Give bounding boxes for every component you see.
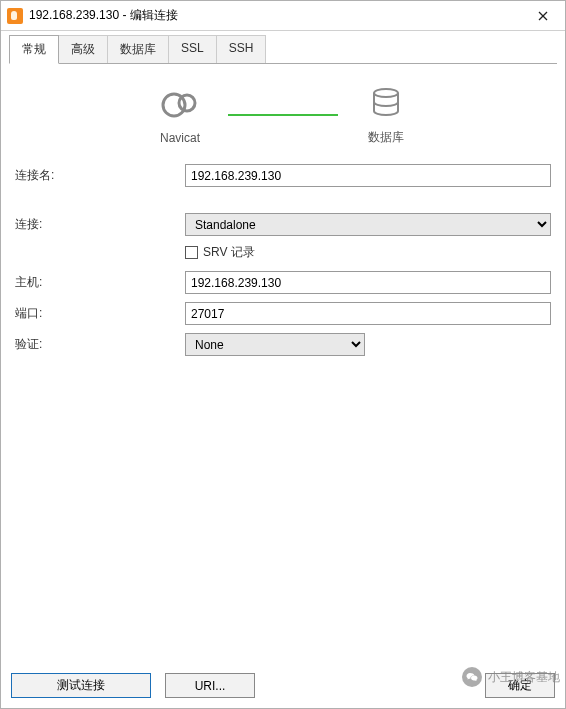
diagram-navicat-col: Navicat <box>160 85 200 145</box>
host-label: 主机: <box>15 274 185 291</box>
row-host: 主机: <box>15 271 551 294</box>
port-label: 端口: <box>15 305 185 322</box>
dialog-window: 192.168.239.130 - 编辑连接 常规 高级 数据库 SSL SSH <box>0 0 566 709</box>
window-title: 192.168.239.130 - 编辑连接 <box>29 7 520 24</box>
tab-database-label: 数据库 <box>120 42 156 56</box>
diagram-connector <box>228 114 338 116</box>
uri-label: URI... <box>195 679 226 693</box>
ok-button[interactable]: 确定 <box>485 673 555 698</box>
connection-name-input[interactable] <box>185 164 551 187</box>
tab-ssl[interactable]: SSL <box>168 35 217 64</box>
spacer <box>15 195 551 213</box>
ok-label: 确定 <box>508 678 532 692</box>
port-input[interactable] <box>185 302 551 325</box>
app-icon <box>7 8 23 24</box>
connection-type-select[interactable]: Standalone <box>185 213 551 236</box>
test-connection-button[interactable]: 测试连接 <box>11 673 151 698</box>
host-input[interactable] <box>185 271 551 294</box>
connection-name-label: 连接名: <box>15 167 185 184</box>
tab-general-label: 常规 <box>22 42 46 56</box>
tab-database[interactable]: 数据库 <box>107 35 169 64</box>
tab-ssh[interactable]: SSH <box>216 35 267 64</box>
database-icon <box>366 83 406 123</box>
svg-point-3 <box>179 95 195 111</box>
tab-body-border <box>9 63 557 64</box>
tab-general[interactable]: 常规 <box>9 35 59 64</box>
row-port: 端口: <box>15 302 551 325</box>
row-connection-name: 连接名: <box>15 164 551 187</box>
auth-select[interactable]: None <box>185 333 365 356</box>
dialog-footer: 测试连接 URI... 确定 <box>1 665 565 708</box>
uri-button[interactable]: URI... <box>165 673 255 698</box>
srv-label: SRV 记录 <box>203 244 255 261</box>
navicat-icon <box>160 85 200 125</box>
tab-ssl-label: SSL <box>181 41 204 55</box>
diagram-db-label: 数据库 <box>368 129 404 146</box>
tab-strip: 常规 高级 数据库 SSL SSH <box>1 31 565 64</box>
connection-label: 连接: <box>15 216 185 233</box>
svg-point-4 <box>374 89 398 97</box>
tab-content-general: Navicat 数据库 连接名: <box>1 65 565 665</box>
close-icon <box>538 11 548 21</box>
tab-advanced[interactable]: 高级 <box>58 35 108 64</box>
diagram-navicat-label: Navicat <box>160 131 200 145</box>
row-srv: SRV 记录 <box>185 244 551 261</box>
connection-diagram: Navicat 数据库 <box>15 83 551 146</box>
srv-checkbox[interactable] <box>185 246 198 259</box>
tab-advanced-label: 高级 <box>71 42 95 56</box>
close-button[interactable] <box>520 1 565 31</box>
auth-label: 验证: <box>15 336 185 353</box>
test-connection-label: 测试连接 <box>57 678 105 692</box>
row-connection: 连接: Standalone <box>15 213 551 236</box>
tab-ssh-label: SSH <box>229 41 254 55</box>
titlebar: 192.168.239.130 - 编辑连接 <box>1 1 565 31</box>
row-auth: 验证: None <box>15 333 551 356</box>
diagram-db-col: 数据库 <box>366 83 406 146</box>
